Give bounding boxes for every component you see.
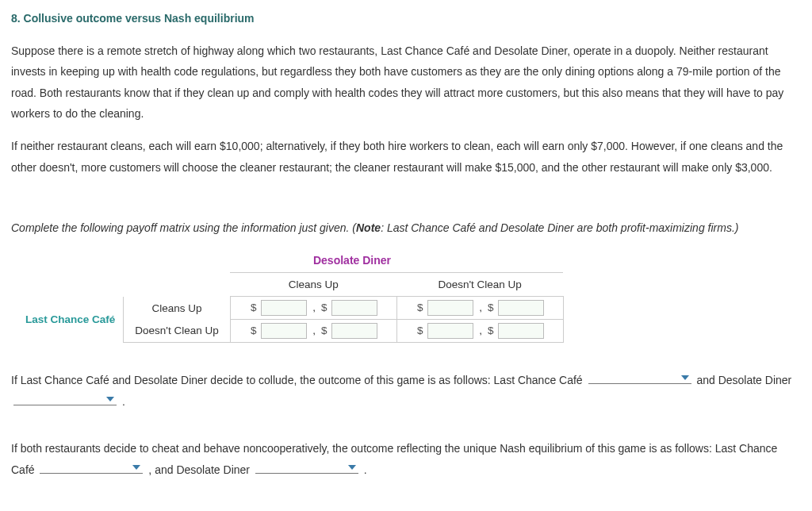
instruction-line: Complete the following payoff matrix usi… <box>11 217 801 239</box>
col-strategy-1: Doesn't Clean Up <box>396 273 563 297</box>
paragraph-2: If neither restaurant cleans, each will … <box>11 136 801 178</box>
chevron-down-icon <box>132 464 141 471</box>
currency-symbol: $ <box>487 324 495 338</box>
chevron-down-icon <box>347 464 357 471</box>
currency-symbol: $ <box>416 324 424 338</box>
currency-symbol: $ <box>250 301 258 315</box>
q2-text-2: , and Desolate Diner <box>148 463 253 476</box>
paragraph-1: Suppose there is a remote stretch of hig… <box>11 40 801 125</box>
payoff-input-r0c0-a[interactable] <box>261 300 307 316</box>
chevron-down-icon <box>680 375 690 381</box>
currency-symbol: $ <box>250 324 258 338</box>
payoff-input-r0c0-b[interactable] <box>331 300 377 316</box>
cell-r1c1: $ , $ <box>396 320 563 343</box>
row-strategy-0: Cleans Up <box>124 297 230 320</box>
cell-r0c1: $ , $ <box>396 297 563 320</box>
currency-symbol: $ <box>416 301 424 315</box>
instruction-text-pre: Complete the following payoff matrix usi… <box>11 221 356 234</box>
row-player-label: Last Chance Café <box>25 313 115 325</box>
q1-text-3: . <box>122 395 125 408</box>
comma: , <box>479 302 482 313</box>
svg-marker-1 <box>106 397 114 402</box>
column-player-label: Desolate Diner <box>273 250 431 271</box>
cell-r1c0: $ , $ <box>230 320 396 343</box>
payoff-input-r1c1-a[interactable] <box>427 323 473 339</box>
payoff-input-r1c1-b[interactable] <box>498 323 544 339</box>
dropdown-collude-dd[interactable] <box>13 391 117 405</box>
instruction-text-post: : Last Chance Café and Desolate Diner ar… <box>381 221 738 234</box>
payoff-table: Cleans Up Doesn't Clean Up Last Chance C… <box>19 272 564 343</box>
q1-text-2: and Desolate Diner <box>696 374 791 386</box>
question-heading: 8. Collusive outcome versus Nash equilib… <box>11 8 801 29</box>
q2-text-3: . <box>364 463 367 476</box>
currency-symbol: $ <box>487 301 495 315</box>
payoff-input-r1c0-a[interactable] <box>261 323 307 339</box>
currency-symbol: $ <box>320 324 328 338</box>
svg-marker-0 <box>681 375 689 380</box>
payoff-input-r0c1-b[interactable] <box>498 300 544 316</box>
row-strategy-1: Doesn't Clean Up <box>124 320 230 343</box>
svg-marker-3 <box>348 465 356 470</box>
payoff-matrix: Desolate Diner Cleans Up Doesn't Clean U… <box>19 250 801 344</box>
svg-marker-2 <box>132 465 140 470</box>
instruction-note-bold: Note <box>356 221 381 234</box>
col-strategy-0: Cleans Up <box>230 273 396 297</box>
q1-text-1: If Last Chance Café and Desolate Diner d… <box>11 374 586 386</box>
cell-r0c0: $ , $ <box>230 297 396 320</box>
dropdown-nash-lcc[interactable] <box>40 459 143 474</box>
table-row: Last Chance Café Cleans Up $ , $ $ , $ <box>19 297 563 320</box>
dropdown-nash-dd[interactable] <box>255 459 358 474</box>
comma: , <box>312 325 316 336</box>
dropdown-collude-lcc[interactable] <box>588 370 691 384</box>
comma: , <box>312 302 316 313</box>
payoff-input-r1c0-b[interactable] <box>331 323 377 339</box>
question-collude: If Last Chance Café and Desolate Diner d… <box>11 370 801 412</box>
currency-symbol: $ <box>320 301 328 315</box>
payoff-input-r0c1-a[interactable] <box>427 300 473 316</box>
chevron-down-icon <box>105 396 115 402</box>
comma: , <box>479 325 482 336</box>
question-nash: If both restaurants decide to cheat and … <box>11 438 801 480</box>
